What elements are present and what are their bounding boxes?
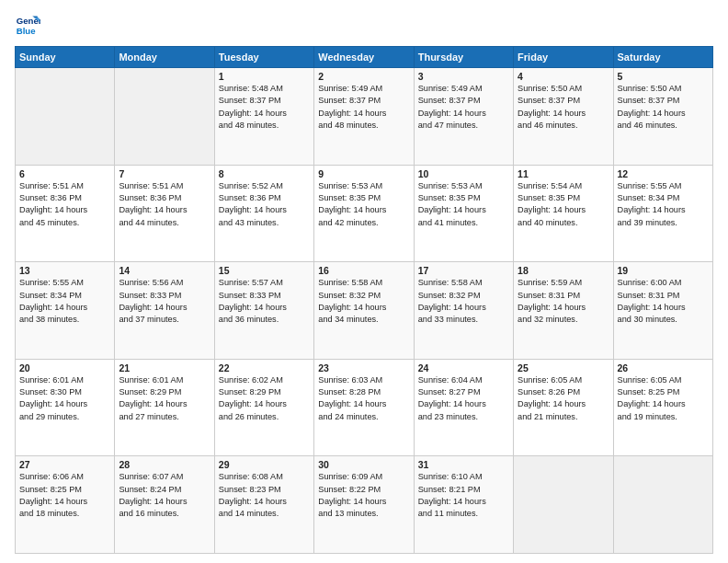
day-number: 6 xyxy=(19,168,110,179)
day-info: Sunrise: 5:59 AM Sunset: 8:31 PM Dayligh… xyxy=(518,277,609,326)
day-number: 11 xyxy=(518,168,609,179)
calendar-cell: 31Sunrise: 6:10 AM Sunset: 8:21 PM Dayli… xyxy=(414,456,513,554)
day-number: 7 xyxy=(119,168,210,179)
calendar-cell: 25Sunrise: 6:05 AM Sunset: 8:26 PM Dayli… xyxy=(514,359,613,456)
day-info: Sunrise: 6:09 AM Sunset: 8:22 PM Dayligh… xyxy=(318,471,409,520)
day-number: 20 xyxy=(19,362,110,373)
calendar-cell xyxy=(613,456,712,554)
day-number: 10 xyxy=(418,168,509,179)
day-info: Sunrise: 5:55 AM Sunset: 8:34 PM Dayligh… xyxy=(19,277,110,326)
day-number: 4 xyxy=(518,71,609,82)
day-info: Sunrise: 5:53 AM Sunset: 8:35 PM Dayligh… xyxy=(318,180,409,229)
day-info: Sunrise: 6:01 AM Sunset: 8:29 PM Dayligh… xyxy=(119,374,210,423)
calendar-cell: 20Sunrise: 6:01 AM Sunset: 8:30 PM Dayli… xyxy=(16,359,115,456)
day-number: 19 xyxy=(618,265,709,276)
day-info: Sunrise: 5:49 AM Sunset: 8:37 PM Dayligh… xyxy=(318,83,409,132)
day-number: 9 xyxy=(318,168,409,179)
day-number: 1 xyxy=(219,71,310,82)
day-info: Sunrise: 6:00 AM Sunset: 8:31 PM Dayligh… xyxy=(618,277,709,326)
day-number: 23 xyxy=(318,362,409,373)
calendar-cell: 15Sunrise: 5:57 AM Sunset: 8:33 PM Dayli… xyxy=(214,262,313,360)
calendar-cell: 7Sunrise: 5:51 AM Sunset: 8:36 PM Daylig… xyxy=(115,165,214,262)
calendar-cell: 27Sunrise: 6:06 AM Sunset: 8:25 PM Dayli… xyxy=(16,456,115,554)
calendar-cell: 29Sunrise: 6:08 AM Sunset: 8:23 PM Dayli… xyxy=(214,456,313,554)
weekday-header-friday: Friday xyxy=(514,47,613,68)
day-info: Sunrise: 5:49 AM Sunset: 8:37 PM Dayligh… xyxy=(418,83,509,132)
calendar-cell: 19Sunrise: 6:00 AM Sunset: 8:31 PM Dayli… xyxy=(613,262,712,360)
calendar-cell: 6Sunrise: 5:51 AM Sunset: 8:36 PM Daylig… xyxy=(16,165,115,262)
day-number: 3 xyxy=(418,71,509,82)
weekday-header-wednesday: Wednesday xyxy=(314,47,414,68)
day-info: Sunrise: 5:58 AM Sunset: 8:32 PM Dayligh… xyxy=(318,277,409,326)
calendar-cell: 22Sunrise: 6:02 AM Sunset: 8:29 PM Dayli… xyxy=(214,359,313,456)
calendar-cell: 9Sunrise: 5:53 AM Sunset: 8:35 PM Daylig… xyxy=(314,165,414,262)
day-number: 16 xyxy=(318,265,409,276)
calendar-cell: 13Sunrise: 5:55 AM Sunset: 8:34 PM Dayli… xyxy=(16,262,115,360)
day-number: 31 xyxy=(418,459,509,470)
page: General Blue SundayMondayTuesdayWednesda… xyxy=(0,0,728,563)
calendar-cell: 30Sunrise: 6:09 AM Sunset: 8:22 PM Dayli… xyxy=(314,456,414,554)
calendar-cell: 28Sunrise: 6:07 AM Sunset: 8:24 PM Dayli… xyxy=(115,456,214,554)
day-number: 28 xyxy=(119,459,210,470)
day-number: 22 xyxy=(219,362,310,373)
day-info: Sunrise: 5:50 AM Sunset: 8:37 PM Dayligh… xyxy=(618,83,709,132)
calendar-cell: 11Sunrise: 5:54 AM Sunset: 8:35 PM Dayli… xyxy=(514,165,613,262)
week-row-5: 27Sunrise: 6:06 AM Sunset: 8:25 PM Dayli… xyxy=(16,456,713,554)
calendar-cell: 10Sunrise: 5:53 AM Sunset: 8:35 PM Dayli… xyxy=(414,165,513,262)
logo: General Blue xyxy=(15,13,44,39)
day-info: Sunrise: 6:07 AM Sunset: 8:24 PM Dayligh… xyxy=(119,471,210,520)
day-info: Sunrise: 5:55 AM Sunset: 8:34 PM Dayligh… xyxy=(618,180,709,229)
logo-icon: General Blue xyxy=(15,13,40,39)
calendar-cell: 1Sunrise: 5:48 AM Sunset: 8:37 PM Daylig… xyxy=(214,68,313,166)
day-number: 29 xyxy=(219,459,310,470)
weekday-header-saturday: Saturday xyxy=(613,47,712,68)
day-info: Sunrise: 5:50 AM Sunset: 8:37 PM Dayligh… xyxy=(518,83,609,132)
calendar-cell: 14Sunrise: 5:56 AM Sunset: 8:33 PM Dayli… xyxy=(115,262,214,360)
day-info: Sunrise: 6:02 AM Sunset: 8:29 PM Dayligh… xyxy=(219,374,310,423)
day-number: 18 xyxy=(518,265,609,276)
day-number: 17 xyxy=(418,265,509,276)
calendar-cell xyxy=(514,456,613,554)
day-number: 26 xyxy=(618,362,709,373)
day-info: Sunrise: 5:58 AM Sunset: 8:32 PM Dayligh… xyxy=(418,277,509,326)
calendar-cell: 5Sunrise: 5:50 AM Sunset: 8:37 PM Daylig… xyxy=(613,68,712,166)
calendar-cell xyxy=(16,68,115,166)
day-info: Sunrise: 5:54 AM Sunset: 8:35 PM Dayligh… xyxy=(518,180,609,229)
calendar-cell: 2Sunrise: 5:49 AM Sunset: 8:37 PM Daylig… xyxy=(314,68,414,166)
day-info: Sunrise: 5:51 AM Sunset: 8:36 PM Dayligh… xyxy=(19,180,110,229)
calendar-cell: 8Sunrise: 5:52 AM Sunset: 8:36 PM Daylig… xyxy=(214,165,313,262)
calendar-cell: 24Sunrise: 6:04 AM Sunset: 8:27 PM Dayli… xyxy=(414,359,513,456)
calendar-cell: 26Sunrise: 6:05 AM Sunset: 8:25 PM Dayli… xyxy=(613,359,712,456)
day-info: Sunrise: 5:53 AM Sunset: 8:35 PM Dayligh… xyxy=(418,180,509,229)
day-number: 12 xyxy=(618,168,709,179)
day-number: 13 xyxy=(19,265,110,276)
header: General Blue xyxy=(15,13,713,39)
day-number: 15 xyxy=(219,265,310,276)
week-row-2: 6Sunrise: 5:51 AM Sunset: 8:36 PM Daylig… xyxy=(16,165,713,262)
calendar-table: SundayMondayTuesdayWednesdayThursdayFrid… xyxy=(15,46,713,554)
weekday-header-monday: Monday xyxy=(115,47,214,68)
day-info: Sunrise: 6:10 AM Sunset: 8:21 PM Dayligh… xyxy=(418,471,509,520)
calendar-cell: 12Sunrise: 5:55 AM Sunset: 8:34 PM Dayli… xyxy=(613,165,712,262)
day-number: 5 xyxy=(618,71,709,82)
day-info: Sunrise: 6:08 AM Sunset: 8:23 PM Dayligh… xyxy=(219,471,310,520)
day-number: 27 xyxy=(19,459,110,470)
calendar-cell: 18Sunrise: 5:59 AM Sunset: 8:31 PM Dayli… xyxy=(514,262,613,360)
calendar-cell xyxy=(115,68,214,166)
week-row-1: 1Sunrise: 5:48 AM Sunset: 8:37 PM Daylig… xyxy=(16,68,713,166)
day-number: 2 xyxy=(318,71,409,82)
day-info: Sunrise: 5:57 AM Sunset: 8:33 PM Dayligh… xyxy=(219,277,310,326)
day-info: Sunrise: 5:56 AM Sunset: 8:33 PM Dayligh… xyxy=(119,277,210,326)
weekday-header-row: SundayMondayTuesdayWednesdayThursdayFrid… xyxy=(16,47,713,68)
day-info: Sunrise: 6:06 AM Sunset: 8:25 PM Dayligh… xyxy=(19,471,110,520)
calendar-cell: 23Sunrise: 6:03 AM Sunset: 8:28 PM Dayli… xyxy=(314,359,414,456)
day-info: Sunrise: 6:05 AM Sunset: 8:25 PM Dayligh… xyxy=(618,374,709,423)
day-info: Sunrise: 5:52 AM Sunset: 8:36 PM Dayligh… xyxy=(219,180,310,229)
svg-text:Blue: Blue xyxy=(17,26,36,36)
calendar-cell: 21Sunrise: 6:01 AM Sunset: 8:29 PM Dayli… xyxy=(115,359,214,456)
day-number: 21 xyxy=(119,362,210,373)
day-number: 24 xyxy=(418,362,509,373)
day-info: Sunrise: 6:01 AM Sunset: 8:30 PM Dayligh… xyxy=(19,374,110,423)
day-info: Sunrise: 6:04 AM Sunset: 8:27 PM Dayligh… xyxy=(418,374,509,423)
day-number: 30 xyxy=(318,459,409,470)
